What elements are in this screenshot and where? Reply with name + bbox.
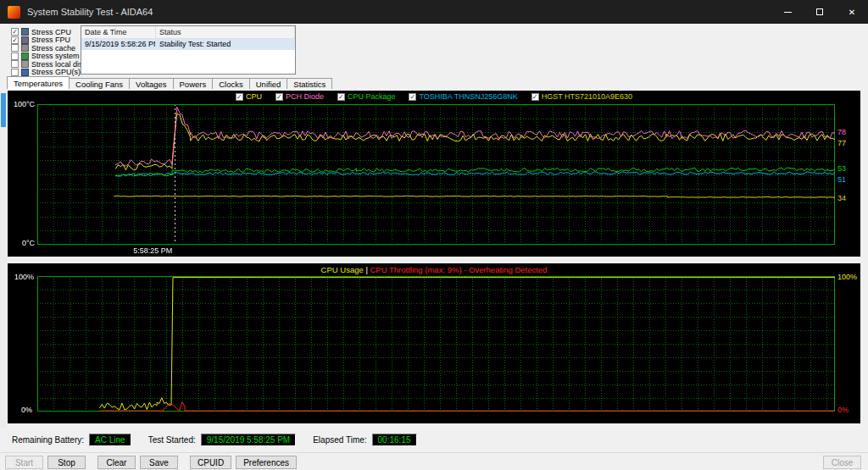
temperature-graph-canvas <box>37 104 835 245</box>
temp-y-max-label: 100°C <box>11 100 35 108</box>
legend-checkbox[interactable]: ✓ <box>531 93 539 101</box>
titlebar-close-button[interactable]: ✕ <box>836 0 868 24</box>
checkbox[interactable] <box>11 69 19 76</box>
legend-item-cpu-package[interactable]: ✓CPU Package <box>337 92 396 101</box>
charts-pane: ✓CPU✓PCH Diode✓CPU Package✓TOSHIBA THNSN… <box>0 90 868 429</box>
checkbox[interactable]: ✓ <box>11 36 19 44</box>
titlebar-maximize-button[interactable] <box>804 0 836 24</box>
temperature-chart: ✓CPU✓PCH Diode✓CPU Package✓TOSHIBA THNSN… <box>8 91 860 257</box>
sensor-value-label: 78 <box>837 128 846 136</box>
log-rows: 9/15/2019 5:58:26 PMStability Test: Star… <box>81 39 295 50</box>
legend-item-toshiba-thnsnj256g8nk[interactable]: ✓TOSHIBA THNSNJ256G8NK <box>409 92 517 101</box>
sensor-value-label: 34 <box>837 194 846 202</box>
legend-label: HGST HTS721010A9E630 <box>542 92 632 101</box>
window-title: System Stability Test - AIDA64 <box>27 7 153 17</box>
legend-checkbox[interactable]: ✓ <box>337 93 345 101</box>
legend-label: TOSHIBA THNSNJ256G8NK <box>419 92 517 101</box>
cache-icon <box>21 44 29 52</box>
disk-icon <box>21 60 29 68</box>
legend-label: CPU <box>246 92 262 101</box>
tab-strip: TemperaturesCooling FansVoltagesPowersCl… <box>7 76 863 89</box>
checkbox[interactable]: ✓ <box>11 28 19 36</box>
maximize-icon <box>816 8 823 15</box>
sensor-value-label: 77 <box>837 139 846 147</box>
titlebar-minimize-button[interactable] <box>771 0 804 24</box>
fpu-icon <box>21 36 29 44</box>
log-column-header[interactable]: Status <box>156 26 295 38</box>
remaining-battery-label: Remaining Battery: <box>12 435 84 445</box>
sensor-value-label: 51 <box>837 175 846 184</box>
action-buttons: StartStopClearSaveCPUIDPreferences <box>5 456 297 469</box>
legend-item-pch-diode[interactable]: ✓PCH Diode <box>275 92 324 101</box>
stress-option-label: Stress FPU <box>31 36 70 44</box>
button-bar: StartStopClearSaveCPUIDPreferences Close <box>0 452 868 470</box>
minimize-icon <box>784 12 792 13</box>
test-started-label: Test Started: <box>148 435 196 445</box>
usage-right-top: 100% <box>837 273 857 281</box>
usage-graph-canvas <box>37 276 835 412</box>
usage-y-min-label: 0% <box>21 406 32 414</box>
elapsed-time-value: 00:16:15 <box>372 434 417 446</box>
checkbox[interactable] <box>11 60 19 68</box>
elapsed-time-label: Elapsed Time: <box>313 435 366 445</box>
log-header: Date & TimeStatus <box>81 26 295 39</box>
vertical-scrollbar[interactable] <box>0 91 7 428</box>
close-icon: ✕ <box>849 8 855 17</box>
tab-unified[interactable]: Unified <box>249 78 288 89</box>
usage-y-max-label: 100% <box>14 273 34 281</box>
stress-option-label: Stress cache <box>31 44 75 53</box>
clear-button[interactable]: Clear <box>97 456 136 469</box>
tab-clocks[interactable]: Clocks <box>212 78 250 89</box>
legend-label: PCH Diode <box>286 92 324 101</box>
cpuid-button[interactable]: CPUID <box>190 456 231 469</box>
log-row[interactable]: 9/15/2019 5:58:26 PMStability Test: Star… <box>81 39 295 50</box>
temp-legend: ✓CPU✓PCH Diode✓CPU Package✓TOSHIBA THNSN… <box>8 92 860 101</box>
status-bar: Remaining Battery: AC Line Test Started:… <box>12 431 417 448</box>
usage-title-part: CPU Usage <box>321 265 364 274</box>
legend-item-hgst-hts721010a9e630[interactable]: ✓HGST HTS721010A9E630 <box>531 92 632 101</box>
log-cell-status: Stability Test: Started <box>156 39 295 50</box>
usage-title: CPU Usage | CPU Throttling (max: 9%) - O… <box>8 265 860 274</box>
temp-y-min-label: 0°C <box>11 239 35 247</box>
usage-title-part: | <box>364 265 370 274</box>
titlebar: System Stability Test - AIDA64 ✕ <box>0 0 868 24</box>
tab-temperatures[interactable]: Temperatures <box>7 76 70 89</box>
sensor-value-label: 53 <box>837 164 846 173</box>
app-icon <box>8 6 20 19</box>
log-cell-datetime: 9/15/2019 5:58:26 PM <box>81 39 156 50</box>
checkbox[interactable] <box>11 44 19 52</box>
stop-button[interactable]: Stop <box>47 456 86 469</box>
temp-x-tick: 5:58:25 PM <box>133 246 172 255</box>
stress-option-label: Stress GPU(s) <box>31 68 81 76</box>
event-log: Date & TimeStatus 9/15/2019 5:58:26 PMSt… <box>81 25 296 75</box>
checkbox[interactable] <box>11 53 19 60</box>
legend-label: CPU Package <box>348 92 396 101</box>
tab-statistics[interactable]: Statistics <box>287 78 332 89</box>
tab-powers[interactable]: Powers <box>173 78 214 89</box>
legend-checkbox[interactable]: ✓ <box>409 93 416 101</box>
save-button[interactable]: Save <box>140 456 178 469</box>
cpu-icon <box>21 28 29 36</box>
cpu-usage-chart: CPU Usage | CPU Throttling (max: 9%) - O… <box>8 263 860 423</box>
log-column-header[interactable]: Date & Time <box>81 26 156 38</box>
tab-cooling-fans[interactable]: Cooling Fans <box>69 78 130 89</box>
close-button: Close <box>823 456 861 469</box>
usage-right-bottom: 0% <box>837 406 849 414</box>
legend-item-cpu[interactable]: ✓CPU <box>236 92 262 101</box>
legend-checkbox[interactable]: ✓ <box>236 93 243 101</box>
preferences-button[interactable]: Preferences <box>236 456 297 469</box>
gpu-icon <box>21 69 29 76</box>
remaining-battery-value: AC Line <box>89 434 131 446</box>
tab-voltages[interactable]: Voltages <box>129 78 173 89</box>
usage-title-part: CPU Throttling (max: 9%) - Overheating D… <box>370 265 548 274</box>
test-started-value: 9/15/2019 5:58:25 PM <box>201 434 296 446</box>
scrollbar-thumb[interactable] <box>1 93 6 127</box>
start-button: Start <box>5 456 43 469</box>
legend-checkbox[interactable]: ✓ <box>275 93 283 101</box>
memory-icon <box>21 53 29 60</box>
window-controls: ✕ <box>771 0 868 24</box>
stress-option-label: Stress CPU <box>31 28 71 36</box>
